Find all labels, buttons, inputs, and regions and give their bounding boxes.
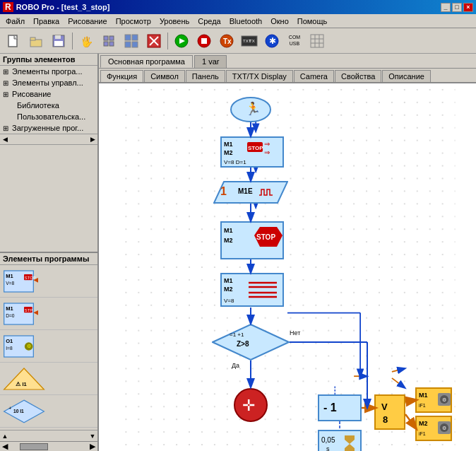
label-yes: Да (232, 362, 239, 369)
tree-nav-right[interactable]: ▶ (88, 134, 97, 144)
tree-item-user[interactable]: Пользовательска... (0, 111, 97, 122)
toolbar-settings[interactable] (98, 31, 119, 51)
menu-file[interactable]: Файл (1, 16, 29, 27)
svg-text:V=8    D=1: V=8 D=1 (224, 159, 246, 165)
node-v8[interactable]: V 8 (374, 394, 405, 431)
svg-text:M1: M1 (419, 392, 428, 399)
toolbar-new[interactable] (3, 31, 24, 51)
node-start[interactable]: 🏃 (230, 96, 272, 123)
tree-header: Группы элементов (0, 54, 97, 66)
canvas-area[interactable]: 🏃 M1 M2 STOP ⇒ ⇒ V=8 D=1 (99, 83, 476, 451)
node-m1-output[interactable]: M1 ⚙ iF1 (415, 387, 472, 414)
svg-text:М1: М1 (6, 273, 13, 279)
plus-icon-3: ⊞ (3, 90, 8, 98)
list-item[interactable]: М1 D=0 STP (0, 298, 97, 330)
tree-item-elements[interactable]: ⊞ Элементы програ... (0, 66, 97, 77)
node-m2-output[interactable]: M2 ⚙ iF1 (415, 416, 472, 443)
menu-level[interactable]: Уровень (155, 16, 194, 27)
svg-text:=1  +1: =1 +1 (230, 332, 244, 338)
tree-item-controls[interactable]: ⊞ Элементы управл... (0, 77, 97, 88)
node-stop1[interactable]: M1 M2 STOP (220, 221, 284, 259)
scroll-right-btn[interactable]: ▶ (88, 442, 97, 452)
svg-rect-21 (201, 38, 207, 44)
svg-text:+: + (8, 406, 11, 411)
svg-marker-45 (33, 310, 38, 315)
tab-properties[interactable]: Свойства (335, 70, 381, 82)
list-item[interactable]: + 10 I1 (0, 395, 97, 428)
toolbar-open[interactable] (25, 31, 47, 51)
menu-window[interactable]: Окно (266, 16, 293, 27)
svg-rect-11 (125, 35, 131, 40)
scroll-left-btn[interactable]: ◀ (0, 442, 10, 452)
node-counter1[interactable]: 1 M1E (213, 181, 288, 204)
maximize-button[interactable]: □ (452, 3, 462, 12)
svg-text:M1: M1 (224, 141, 233, 148)
svg-text:Tx: Tx (223, 37, 232, 45)
menu-draw[interactable]: Рисование (64, 16, 111, 27)
tree-nav: ◀ ▶ (0, 134, 97, 145)
close-button[interactable]: × (463, 3, 473, 12)
menu-view[interactable]: Просмотр (112, 16, 155, 27)
tab-1-var[interactable]: 1 var (194, 55, 227, 68)
svg-text:M2: M2 (419, 420, 428, 427)
tab-txttx-display[interactable]: TXT/TX Display (226, 70, 293, 82)
list-item[interactable]: ⚠ I1 (0, 363, 97, 395)
toolbar-sep2 (167, 33, 168, 49)
tab-function[interactable]: Функция (100, 70, 143, 82)
elem-box-1: М1 V=8 STOP (3, 269, 45, 294)
tab-main-program[interactable]: Основная программа (100, 55, 193, 68)
svg-rect-7 (104, 36, 108, 40)
node-end1[interactable]: ✛ (233, 387, 268, 423)
node-subtract1[interactable]: - 1 (318, 394, 362, 421)
toolbar-grid[interactable] (121, 31, 142, 51)
toolbar-save[interactable] (48, 31, 69, 51)
toolbar-txttx[interactable]: TXT TX (239, 31, 260, 51)
node-timer1[interactable]: 0,05 s (318, 430, 362, 451)
tab-panel[interactable]: Панель (186, 70, 225, 82)
node-motor1[interactable]: M1 M2 STOP ⇒ ⇒ V=8 D=1 (220, 136, 284, 168)
menu-env[interactable]: Среда (194, 16, 225, 27)
tab-camera[interactable]: Camera (294, 70, 334, 82)
tab-description[interactable]: Описание (382, 70, 431, 82)
svg-text:M2: M2 (224, 237, 233, 244)
toolbar-delete[interactable] (143, 31, 165, 51)
node-assign1[interactable]: M1 M2 V=8 (220, 273, 284, 307)
svg-text:V=8: V=8 (224, 298, 234, 304)
toolbar-table[interactable] (307, 31, 328, 51)
svg-text:M2: M2 (224, 149, 233, 156)
list-item[interactable]: М1 V=8 STOP (0, 265, 97, 298)
tree-item-loaded[interactable]: ⊞ Загруженные прог... (0, 122, 97, 134)
horizontal-scrollbar[interactable]: ◀ ▶ (0, 441, 97, 451)
svg-text:⇒: ⇒ (264, 148, 270, 156)
svg-rect-8 (109, 36, 114, 40)
svg-rect-9 (104, 42, 108, 46)
node-condition1[interactable]: =1 +1 Z>8 (212, 324, 290, 361)
tree-item-library[interactable]: Библиотека (0, 100, 97, 111)
tree-nav-left[interactable]: ◀ (0, 134, 10, 144)
elem-nav-up[interactable]: ▲ (0, 431, 10, 441)
menu-bluetooth[interactable]: Bluetooth (225, 16, 266, 27)
tab-symbol[interactable]: Символ (144, 70, 185, 82)
minimize-button[interactable]: _ (441, 3, 451, 12)
svg-text:8: 8 (383, 414, 388, 425)
toolbar-com-usb[interactable]: COMUSB (284, 31, 305, 51)
toolbar-connect[interactable]: Tx (216, 31, 237, 51)
toolbar-play[interactable] (171, 31, 192, 51)
elem-box-2: М1 D=0 STP (3, 301, 45, 327)
toolbar: 🖐 (0, 28, 476, 54)
toolbar-bluetooth[interactable]: ✱ (261, 31, 282, 51)
list-item[interactable]: О1 I=8 ⚙ (0, 330, 97, 363)
tree-item-drawing[interactable]: ⊞ Рисование (0, 88, 97, 100)
toolbar-stop[interactable] (194, 31, 215, 51)
label-no: Нет (290, 329, 300, 336)
menu-edit[interactable]: Правка (29, 16, 64, 27)
elem-nav-down[interactable]: ▼ (88, 431, 97, 441)
menu-bar: Файл Правка Рисование Просмотр Уровень С… (0, 14, 476, 28)
menu-help[interactable]: Помощь (293, 16, 332, 27)
svg-rect-12 (132, 35, 138, 40)
scrollbar-thumb[interactable] (20, 443, 48, 450)
toolbar-sep1 (72, 33, 73, 49)
toolbar-hand[interactable]: 🖐 (76, 31, 97, 51)
svg-text:iF1: iF1 (419, 403, 426, 408)
svg-rect-14 (132, 42, 138, 47)
